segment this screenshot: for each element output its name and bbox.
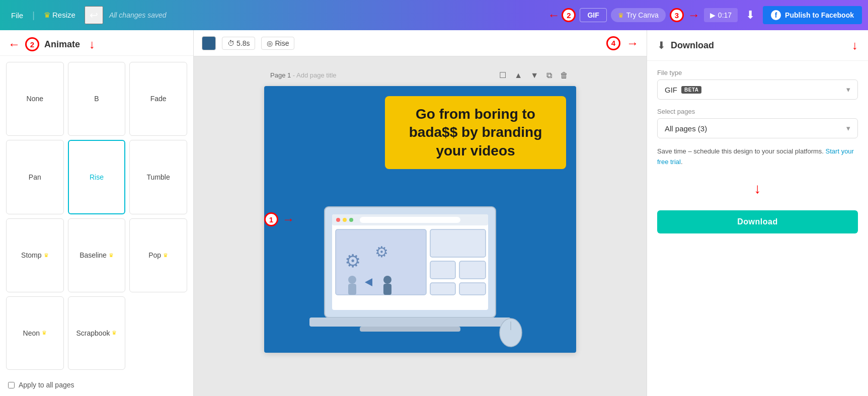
slide-title-box: Go from boring to bada$$ by branding you… [385, 96, 566, 169]
download-body: File type GIF BETA ▾ Select pages All pa… [647, 61, 868, 396]
chevron-pages-icon: ▾ [846, 124, 850, 133]
transition-control[interactable]: ◎ Rise [261, 37, 294, 50]
saved-status: All changes saved [109, 11, 167, 19]
delete-page-button[interactable]: 🗑 [558, 70, 570, 81]
page-label: Page 1 - Add page title [270, 71, 337, 79]
page-controls: ☐ ▲ ▼ ⧉ 🗑 [497, 69, 570, 81]
badge-3: 3 [670, 8, 684, 22]
move-up-button[interactable]: ▲ [512, 70, 524, 81]
slide-title-text: Go from boring to bada$$ by branding you… [396, 105, 555, 160]
apply-all-row: Apply to all pages [0, 376, 193, 396]
canvas-toolbar: ⏱ 5.8s ◎ Rise 4 → [194, 30, 647, 56]
pages-value: All pages (3) [665, 124, 707, 133]
svg-point-4 [343, 218, 347, 222]
apply-all-checkbox[interactable] [8, 382, 15, 388]
anim-none[interactable]: None [6, 62, 64, 136]
left-panel: ← 2 Animate ↓ None B Fade Pan Rise Tumbl… [0, 30, 194, 396]
page-header-bar: Page 1 - Add page title ☐ ▲ ▼ ⧉ 🗑 [264, 66, 576, 84]
svg-rect-16 [430, 261, 455, 279]
badge-1: 1 [264, 212, 278, 226]
svg-rect-6 [360, 217, 460, 223]
svg-rect-18 [430, 283, 455, 295]
gif-button[interactable]: GIF [580, 8, 606, 22]
tutorial-1-group: 1 → [264, 212, 294, 226]
add-page-button[interactable]: ☐ [497, 69, 508, 81]
anim-scrapbook[interactable]: Scrapbook ♛ [68, 296, 126, 370]
move-down-button[interactable]: ▼ [528, 70, 540, 81]
anim-neon[interactable]: Neon ♛ [6, 296, 64, 370]
crown-scrapbook-icon: ♛ [112, 330, 117, 336]
color-swatch[interactable] [202, 36, 216, 50]
anim-block-label: B [94, 95, 99, 103]
arrow-down-download: ↓ [852, 38, 858, 52]
svg-rect-21 [360, 327, 460, 332]
anim-tumble[interactable]: Tumble [129, 140, 187, 215]
main-layout: ← 2 Animate ↓ None B Fade Pan Rise Tumbl… [0, 30, 868, 396]
beta-badge: BETA [681, 86, 701, 94]
svg-rect-14 [383, 284, 391, 295]
download-nav-button[interactable]: ⬇ [742, 7, 759, 24]
play-icon: ▶ [710, 11, 716, 19]
crown-canva-icon: ♛ [618, 12, 624, 19]
right-panel: ⬇ Download ↓ File type GIF BETA ▾ Select… [647, 30, 868, 396]
facebook-icon: f [771, 10, 781, 20]
navbar: File | ♛ Resize ↩ All changes saved ← 2 … [0, 0, 868, 30]
file-type-label: File type [657, 69, 858, 76]
arrow-left-2: ← [547, 8, 560, 22]
animate-title: Animate [44, 39, 80, 50]
chevron-down-icon: ▾ [846, 85, 850, 94]
badge-2-left: 2 [25, 37, 39, 51]
anim-pan[interactable]: Pan [6, 140, 64, 215]
gif-label: GIF [665, 86, 677, 94]
svg-rect-19 [459, 283, 486, 295]
anim-baseline[interactable]: Baseline ♛ [68, 218, 126, 292]
svg-text:⚙: ⚙ [345, 251, 361, 271]
anim-stomp[interactable]: Stomp ♛ [6, 218, 64, 292]
crown-baseline-icon: ♛ [109, 252, 114, 259]
tutorial-2-group: ← 2 [547, 8, 576, 22]
arrow-right-3: → [688, 8, 700, 22]
canvas-slide[interactable]: Go from boring to bada$$ by branding you… [264, 86, 576, 353]
anim-fade[interactable]: Fade [129, 62, 187, 136]
animate-header: ← 2 Animate ↓ [0, 30, 193, 56]
download-cta-button[interactable]: Download [657, 210, 858, 233]
crown-resize-icon: ♛ [44, 11, 50, 19]
nav-divider1: | [32, 10, 35, 21]
crown-pop-icon: ♛ [163, 252, 168, 259]
play-button[interactable]: ▶ 0:17 [704, 8, 738, 22]
page-title-placeholder[interactable]: Add page title [296, 71, 337, 79]
anim-block[interactable]: B [68, 62, 126, 136]
apply-all-label: Apply to all pages [19, 381, 74, 389]
arrow-down-animate: ↓ [89, 37, 95, 51]
svg-rect-20 [309, 318, 511, 327]
duration-control[interactable]: ⏱ 5.8s [222, 37, 255, 50]
laptop-illustration: ⚙ ⚙ [294, 197, 536, 348]
download-header: ⬇ Download ↓ [647, 30, 868, 61]
file-type-select[interactable]: GIF BETA ▾ [657, 80, 858, 100]
anim-pop[interactable]: Pop ♛ [129, 218, 187, 292]
animation-grid: None B Fade Pan Rise Tumble Stomp ♛ Ba [0, 56, 193, 376]
download-header-icon: ⬇ [657, 39, 666, 51]
download-panel-title: Download [671, 40, 714, 51]
undo-button[interactable]: ↩ [85, 6, 103, 24]
svg-text:⚙: ⚙ [375, 244, 388, 260]
svg-point-3 [336, 218, 340, 222]
page-container: Page 1 - Add page title ☐ ▲ ▼ ⧉ 🗑 [264, 66, 576, 353]
transition-circle-icon: ◎ [267, 39, 273, 47]
file-menu-button[interactable]: File [6, 8, 28, 23]
anim-rise[interactable]: Rise [68, 140, 126, 215]
arrow-down-cta: ↓ [657, 178, 858, 200]
try-canva-button[interactable]: ♛ Try Canva [611, 8, 666, 22]
copy-page-button[interactable]: ⧉ [544, 70, 554, 81]
svg-rect-15 [430, 229, 486, 257]
schedule-text: Save time – schedule this design to your… [657, 146, 858, 200]
publish-facebook-button[interactable]: f Publish to Facebook [763, 6, 862, 24]
badge-4-toolbar: 4 [606, 36, 620, 50]
arrow-right-1: → [282, 212, 294, 226]
clock-icon: ⏱ [227, 39, 234, 47]
resize-button[interactable]: ♛ Resize [39, 8, 81, 23]
canvas-area: ⏱ 5.8s ◎ Rise 4 → Page 1 - Add page ti [194, 30, 647, 396]
laptop-svg: ⚙ ⚙ [294, 197, 536, 348]
pages-select[interactable]: All pages (3) ▾ [657, 118, 858, 138]
canvas-scroll[interactable]: Page 1 - Add page title ☐ ▲ ▼ ⧉ 🗑 [194, 56, 647, 396]
